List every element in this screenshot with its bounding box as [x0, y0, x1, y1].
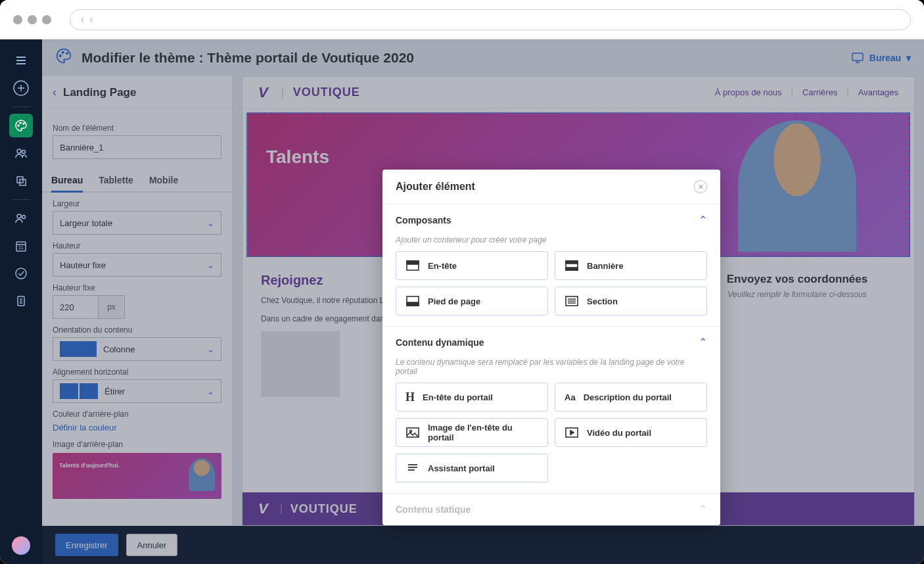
section-header-components[interactable]: Composants ⌃ — [382, 204, 720, 235]
define-color-link[interactable]: Définir la couleur — [53, 423, 117, 433]
width-label: Largeur — [53, 199, 221, 208]
component-section[interactable]: Section — [555, 287, 707, 316]
cancel-button[interactable]: Annuler — [126, 534, 178, 556]
height-select[interactable]: Hauteur fixe⌄ — [53, 253, 221, 277]
component-portal-assistant[interactable]: Assistant portail — [396, 454, 548, 482]
menu-icon[interactable] — [9, 49, 33, 72]
close-icon[interactable]: ✕ — [694, 180, 707, 193]
section-header-static[interactable]: Contenu statique ⌃ — [382, 494, 720, 525]
fixed-height-input[interactable] — [53, 295, 99, 319]
clipboard-icon[interactable] — [9, 289, 33, 313]
halign-swatch-icon — [60, 383, 98, 399]
component-header[interactable]: En-tête — [396, 251, 548, 280]
orientation-select[interactable]: Colonne ⌄ — [53, 337, 221, 361]
svg-point-9 — [17, 149, 21, 153]
tab-mobile[interactable]: Mobile — [149, 170, 178, 193]
back-icon[interactable]: ‹ — [53, 85, 57, 99]
logo-mark-icon: V — [258, 500, 268, 517]
brand-name: VOUTIQUE — [290, 502, 358, 516]
svg-point-25 — [66, 53, 68, 55]
window-dot — [42, 15, 51, 24]
save-button[interactable]: Enregistrer — [55, 534, 118, 556]
add-element-modal: Ajouter élément ✕ Composants ⌃ Ajouter u… — [382, 170, 720, 525]
contact-heading: Envoyez vos coordonnées — [699, 273, 896, 286]
window-dot — [13, 15, 22, 24]
bgimage-thumbnail[interactable]: Talents d'aujourd'hui. — [53, 453, 221, 499]
check-icon[interactable] — [9, 262, 33, 285]
component-portal-video[interactable]: Vidéo du portail — [555, 418, 707, 447]
properties-panel: ‹ Landing Page Nom de l'élément Bureau T… — [42, 76, 233, 526]
component-portal-header-img[interactable]: Image de l'en-tête du portail — [396, 418, 548, 447]
banner-title: Talents — [266, 147, 329, 168]
back-icon[interactable]: ‹ — [81, 14, 84, 26]
device-label: Bureau — [869, 53, 901, 63]
list-icon — [405, 461, 420, 475]
panel-title: Landing Page — [63, 86, 136, 99]
tab-desktop[interactable]: Bureau — [51, 170, 83, 193]
nav-careers[interactable]: Carrières — [802, 87, 837, 97]
element-name-input[interactable] — [53, 135, 221, 159]
svg-point-23 — [60, 55, 62, 57]
section-hint: Le contenu dynamique sera remplacé par l… — [382, 358, 720, 383]
team-icon[interactable] — [9, 206, 33, 230]
nav-about[interactable]: À propos de nous — [715, 87, 782, 97]
preview-header: V | VOUTIQUE À propos de nous| Carrières… — [243, 77, 914, 108]
svg-text:31: 31 — [18, 245, 24, 250]
monitor-icon — [851, 51, 864, 64]
logo-mark-icon: V — [258, 84, 268, 101]
text-icon: Aa — [565, 392, 576, 402]
component-banner[interactable]: Bannière — [555, 251, 707, 280]
forward-icon[interactable]: › — [89, 14, 93, 26]
svg-point-6 — [18, 125, 19, 126]
modal-title: Ajouter élément — [396, 181, 475, 193]
bottom-bar: Enregistrer Annuler — [42, 526, 924, 564]
component-footer[interactable]: Pied de page — [396, 287, 548, 316]
svg-rect-33 — [566, 268, 578, 270]
chevron-down-icon: ⌄ — [207, 260, 214, 270]
svg-point-14 — [22, 216, 26, 219]
svg-point-24 — [62, 52, 64, 54]
person-graphic — [738, 120, 856, 252]
svg-rect-35 — [407, 302, 419, 306]
browser-chrome: ‹ › — [0, 0, 924, 39]
fixed-height-label: Hauteur fixe — [53, 283, 221, 293]
svg-rect-32 — [566, 261, 578, 264]
preview-nav: À propos de nous| Carrières| Avantages — [715, 87, 898, 97]
calendar-icon[interactable]: 31 — [9, 234, 33, 258]
brand-name: VOUTIQUE — [293, 85, 360, 99]
component-portal-desc[interactable]: AaDescription du portail — [555, 383, 707, 411]
url-bar[interactable]: ‹ › — [70, 9, 911, 30]
svg-rect-30 — [407, 261, 419, 264]
tab-tablet[interactable]: Tablette — [99, 170, 133, 193]
chevron-down-icon: ⌄ — [207, 344, 214, 354]
palette-icon — [55, 47, 72, 68]
people-icon[interactable] — [9, 141, 33, 165]
svg-point-18 — [16, 268, 26, 279]
halign-select[interactable]: Étirer ⌄ — [53, 379, 221, 403]
device-tabs: Bureau Tablette Mobile — [42, 170, 232, 193]
component-portal-header[interactable]: HEn-tête du portail — [396, 383, 548, 411]
nav-benefits[interactable]: Avantages — [858, 87, 898, 97]
topbar: Modifier le thème : Thème portail de Vou… — [42, 39, 924, 76]
svg-point-8 — [23, 123, 24, 124]
device-selector[interactable]: Bureau ▾ — [851, 51, 911, 64]
placeholder-box — [261, 331, 340, 397]
height-label: Hauteur — [53, 241, 221, 250]
video-icon — [565, 425, 579, 440]
image-icon — [405, 425, 420, 440]
avatar[interactable] — [12, 536, 30, 555]
nav-rail: 31 — [0, 39, 42, 564]
width-select[interactable]: Largeur totale⌄ — [53, 211, 221, 235]
svg-point-10 — [22, 151, 26, 154]
person-graphic — [189, 458, 215, 491]
heading-icon: H — [405, 390, 415, 404]
orientation-swatch-icon — [60, 341, 97, 357]
window-dot — [28, 15, 37, 24]
copy-icon[interactable] — [9, 169, 33, 193]
add-icon[interactable] — [9, 76, 33, 100]
orientation-label: Orientation du contenu — [53, 325, 221, 335]
theme-icon[interactable] — [9, 114, 33, 137]
svg-point-13 — [17, 214, 21, 218]
svg-point-7 — [20, 122, 21, 124]
section-header-dynamic[interactable]: Contenu dynamique ⌃ — [382, 327, 720, 358]
